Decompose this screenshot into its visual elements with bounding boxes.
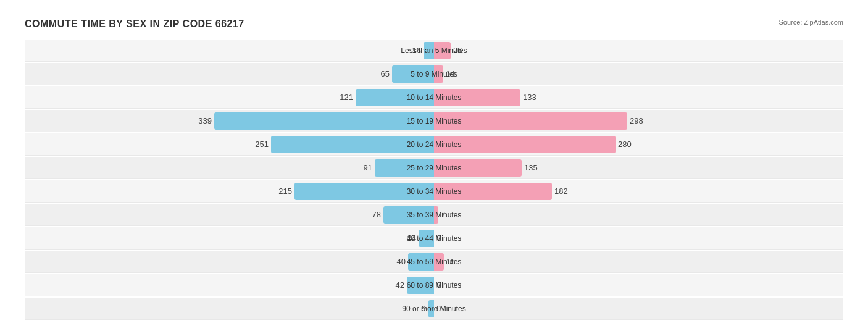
male-value-0: 16 (401, 46, 424, 55)
row-inner-0: 16 Less than 5 Minutes 26 (25, 40, 843, 62)
bar-row: 9 90 or more Minutes 0 (25, 298, 843, 320)
male-bar-4 (271, 136, 434, 153)
bar-row: 65 5 to 9 Minutes 14 (25, 63, 843, 85)
female-value-8: 0 (434, 233, 456, 243)
female-bar-6 (434, 183, 552, 200)
right-section-9: 15 (434, 251, 843, 273)
bars-area: 16 Less than 5 Minutes 26 65 5 to 9 Minu… (25, 40, 843, 320)
right-section-0: 26 (434, 40, 843, 62)
chart-container: COMMUTE TIME BY SEX IN ZIP CODE 66217 So… (12, 12, 856, 323)
female-value-5: 135 (522, 163, 544, 172)
chart-title: COMMUTE TIME BY SEX IN ZIP CODE 66217 (25, 19, 843, 30)
female-bar-7 (434, 206, 438, 224)
left-section-3: 339 (25, 110, 434, 132)
bar-row: 42 60 to 89 Minutes 0 (25, 274, 843, 296)
male-value-4: 251 (249, 140, 271, 149)
right-section-4: 280 (434, 133, 843, 156)
female-value-7: 7 (438, 210, 461, 219)
male-value-6: 215 (272, 187, 294, 196)
male-value-11: 9 (406, 304, 428, 313)
row-inner-6: 215 30 to 34 Minutes 182 (25, 180, 843, 203)
male-bar-9 (408, 253, 434, 271)
male-value-7: 78 (361, 210, 383, 219)
row-inner-1: 65 5 to 9 Minutes 14 (25, 63, 843, 85)
male-value-1: 65 (370, 69, 392, 78)
male-bar-0 (424, 42, 434, 59)
female-bar-0 (434, 42, 451, 59)
left-section-11: 9 (25, 298, 434, 320)
right-section-10: 0 (434, 274, 843, 296)
left-section-6: 215 (25, 180, 434, 203)
male-value-10: 42 (385, 280, 407, 290)
source-label: Source: ZipAtlas.com (778, 19, 843, 26)
female-value-11: 0 (434, 304, 456, 313)
bar-row: 251 20 to 24 Minutes 280 (25, 133, 843, 156)
male-bar-6 (294, 183, 434, 200)
row-inner-9: 40 45 to 59 Minutes 15 (25, 251, 843, 273)
male-value-2: 121 (333, 93, 356, 102)
row-inner-8: 24 40 to 44 Minutes 0 (25, 227, 843, 250)
bar-row: 121 10 to 14 Minutes 133 (25, 86, 843, 109)
female-value-2: 133 (520, 93, 543, 102)
female-value-4: 280 (616, 140, 638, 149)
female-value-1: 14 (443, 69, 465, 78)
female-bar-4 (434, 136, 616, 153)
female-value-9: 15 (444, 257, 466, 266)
row-inner-7: 78 35 to 39 Minutes 7 (25, 204, 843, 226)
male-bar-1 (392, 65, 434, 83)
male-bar-10 (407, 277, 434, 294)
right-section-6: 182 (434, 180, 843, 203)
bar-row: 24 40 to 44 Minutes 0 (25, 227, 843, 250)
left-section-0: 16 (25, 40, 434, 62)
female-bar-3 (434, 112, 627, 130)
row-inner-4: 251 20 to 24 Minutes 280 (25, 133, 843, 156)
male-value-5: 91 (353, 163, 375, 172)
right-section-8: 0 (434, 227, 843, 250)
right-section-1: 14 (434, 63, 843, 85)
bar-row: 339 15 to 19 Minutes 298 (25, 110, 843, 132)
female-value-0: 26 (451, 46, 473, 55)
bar-row: 215 30 to 34 Minutes 182 (25, 180, 843, 203)
female-bar-2 (434, 89, 520, 106)
female-bar-1 (434, 65, 443, 83)
left-section-7: 78 (25, 204, 434, 226)
male-bar-5 (375, 159, 434, 177)
left-section-10: 42 (25, 274, 434, 296)
row-inner-2: 121 10 to 14 Minutes 133 (25, 86, 843, 109)
male-value-8: 24 (396, 233, 419, 243)
bar-row: 78 35 to 39 Minutes 7 (25, 204, 843, 226)
right-section-5: 135 (434, 157, 843, 179)
female-bar-9 (434, 253, 444, 271)
row-inner-3: 339 15 to 19 Minutes 298 (25, 110, 843, 132)
male-value-3: 339 (192, 116, 214, 125)
female-value-10: 0 (434, 280, 456, 290)
male-value-9: 40 (386, 257, 408, 266)
left-section-9: 40 (25, 251, 434, 273)
bar-row: 16 Less than 5 Minutes 26 (25, 40, 843, 62)
female-value-6: 182 (552, 187, 574, 196)
bar-row: 40 45 to 59 Minutes 15 (25, 251, 843, 273)
left-section-2: 121 (25, 86, 434, 109)
male-bar-8 (419, 230, 434, 247)
right-section-2: 133 (434, 86, 843, 109)
female-bar-5 (434, 159, 522, 177)
female-value-3: 298 (627, 116, 649, 125)
right-section-3: 298 (434, 110, 843, 132)
left-section-5: 91 (25, 157, 434, 179)
male-bar-3 (214, 112, 434, 130)
right-section-11: 0 (434, 298, 843, 320)
left-section-1: 65 (25, 63, 434, 85)
male-bar-11 (428, 300, 434, 317)
right-section-7: 7 (434, 204, 843, 226)
male-bar-2 (356, 89, 434, 106)
left-section-4: 251 (25, 133, 434, 156)
row-inner-11: 9 90 or more Minutes 0 (25, 298, 843, 320)
left-section-8: 24 (25, 227, 434, 250)
male-bar-7 (383, 206, 434, 224)
row-inner-10: 42 60 to 89 Minutes 0 (25, 274, 843, 296)
bar-row: 91 25 to 29 Minutes 135 (25, 157, 843, 179)
row-inner-5: 91 25 to 29 Minutes 135 (25, 157, 843, 179)
